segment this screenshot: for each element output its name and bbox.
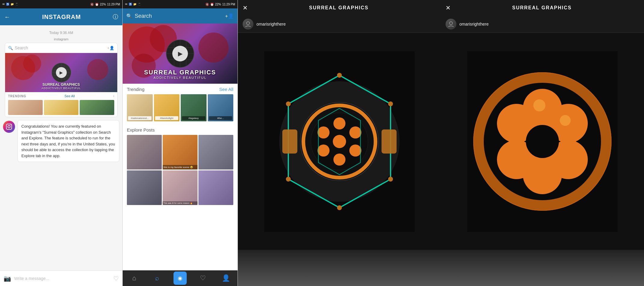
see-all-button[interactable]: See All (219, 87, 233, 92)
svg-point-34 (337, 73, 342, 78)
add-user-icon-card[interactable]: +👤 (107, 46, 114, 50)
trending-img-2[interactable] (44, 100, 78, 115)
info-button[interactable]: ⓘ (113, 13, 118, 20)
svg-rect-7 (6, 124, 12, 129)
svg-point-8 (8, 126, 10, 128)
user-avatar-1[interactable] (243, 19, 253, 30)
explore-cell-2[interactable]: this is my favorite scene 😂 (163, 135, 198, 169)
back-button[interactable]: ← (4, 14, 10, 20)
mute-icon-2: 🔇 (205, 3, 209, 6)
panel-surreal-1: ✕ SURREAL GRAPHICS omarisrighthere (238, 0, 441, 286)
explore-cell-6[interactable] (198, 170, 233, 205)
user-avatar-2[interactable] (446, 19, 456, 30)
search-icon-card: 🔍 (8, 46, 13, 50)
explore-posts-section: Explore Posts this is my favorite scene … (123, 126, 238, 205)
alarm-icon: ⏰ (95, 3, 99, 6)
surreal-user-row-1: omarisrighthere (238, 16, 441, 33)
nav-home[interactable]: ⌂ (126, 270, 142, 286)
svg-point-9 (11, 125, 11, 126)
battery-text-2: 22% (215, 3, 221, 6)
add-user-button[interactable]: +👤 (225, 13, 234, 19)
user-avatar-icon-2 (448, 21, 454, 27)
chat-input-bar: 📷 Write a message... ♡ (0, 270, 122, 286)
time-1: 11:29 PM (107, 3, 120, 6)
surreal-username-2[interactable]: omarisrighthere (459, 22, 489, 26)
svg-point-29 (349, 145, 361, 157)
trending-tag-3: #lagalaxy (182, 116, 205, 120)
trending-section-title: Trending (127, 87, 145, 92)
explore-cell-5[interactable]: This was lit for some reason 🔥 (163, 170, 198, 205)
explore-cell-1[interactable] (127, 135, 162, 169)
svg-point-32 (317, 126, 330, 138)
svg-point-35 (388, 101, 393, 106)
svg-point-17 (247, 22, 250, 25)
trending-cell-2[interactable]: #itworksfight (154, 94, 180, 121)
surreal-image-2 (441, 33, 644, 250)
trending-img-3[interactable] (80, 100, 114, 115)
featured-title-overlay: SURREAL GRAPHICS ADDICTIVELY BEAUTIFUL (123, 69, 238, 79)
surreal-user-row-2: omarisrighthere (441, 16, 644, 33)
chat-message-text: Congratulations! You are currently featu… (21, 124, 115, 158)
status-bar-2: ✉ ♿ 📁 📱 🔇 ⏰ 22% 11:29 PM (123, 0, 238, 8)
svg-point-51 (533, 99, 545, 111)
nav-camera[interactable]: ◉ (172, 270, 188, 286)
explore-cell-4[interactable] (127, 170, 162, 205)
camera-nav-box[interactable]: ◉ (173, 272, 187, 285)
featured-image[interactable]: ▶ SURREAL GRAPHICS ADDICTIVELY BEAUTIFUL (123, 23, 238, 84)
close-button-1[interactable]: ✕ (243, 4, 248, 11)
trending-label: TRENDING (8, 95, 26, 98)
svg-point-37 (337, 205, 342, 210)
time-2: 11:29 PM (222, 3, 235, 6)
play-button-large[interactable]: ▶ (172, 46, 188, 61)
trending-tag-2: #itworksfight (155, 116, 179, 120)
status-bar-1: ✉ ♿ 📁 📱 🔇 ⏰ 22% 11:29 PM (0, 0, 122, 8)
play-button-small[interactable]: ▶ (56, 67, 67, 78)
surreal-username-1[interactable]: omarisrighthere (256, 22, 286, 26)
see-all-trending[interactable]: See All (64, 94, 75, 98)
user-avatar-icon-1 (245, 21, 251, 27)
search-text-card: Search (15, 45, 28, 50)
status-icons-right-2: 🔇 ⏰ 22% 11:29 PM (205, 3, 235, 6)
sd-icon-2: 📁 (133, 3, 136, 6)
nav-profile[interactable]: 👤 (218, 270, 234, 286)
panel-surreal-2: ✕ SURREAL GRAPHICS omarisrighthere (441, 0, 644, 286)
search-input[interactable]: Search (135, 13, 223, 19)
svg-point-39 (286, 101, 291, 106)
nav-search[interactable]: ⌕ (149, 270, 165, 286)
trending-img-1[interactable] (8, 100, 43, 115)
person-icon-2: ♿ (129, 3, 132, 6)
search-bar[interactable]: 🔍 Search +👤 (123, 8, 238, 23)
chat-card-image[interactable]: ▶ SURREAL GRAPHICS ADDICTIVELY BEAUTIFUL (5, 53, 117, 92)
email-icon-2: ✉ (125, 3, 127, 6)
surreal-art-svg-1 (264, 51, 415, 232)
header-bar-1: ← INSTAGRAM ⓘ (0, 8, 122, 25)
explore-cell-3[interactable] (198, 135, 233, 169)
chat-card-search-bar[interactable]: 🔍 Search +👤 (5, 43, 117, 53)
svg-point-26 (333, 135, 346, 148)
trending-section: TRENDING See All › (5, 92, 117, 117)
trending-explore-section: Trending See All #nationaloreod... #itwo… (123, 84, 238, 126)
sd-icon: 📁 (11, 3, 14, 6)
heart-icon[interactable]: ♡ (113, 275, 119, 282)
svg-rect-22 (382, 129, 397, 154)
chat-card[interactable]: 🔍 Search +👤 ▶ (5, 43, 118, 117)
chevron-icon: › (113, 94, 114, 98)
home-icon: ⌂ (132, 274, 136, 282)
status-icons-right-1: 🔇 ⏰ 22% 11:29 PM (90, 3, 120, 6)
status-icons-left-2: ✉ ♿ 📁 📱 (125, 3, 141, 6)
nav-heart[interactable]: ♡ (195, 270, 211, 286)
chat-area: Today 9:36 AM instagram 🔍 Search +👤 (0, 25, 122, 270)
camera-icon-input[interactable]: 📷 (4, 275, 11, 282)
phone-icon: 📱 (15, 3, 18, 6)
svg-point-40 (449, 22, 452, 25)
trending-cell-1[interactable]: #nationaloreod... (127, 94, 153, 121)
featured-main-title: SURREAL GRAPHICS (123, 69, 238, 76)
phone-icon-2: 📱 (138, 3, 141, 6)
trending-cell-4[interactable]: #the... (208, 94, 234, 121)
close-button-2[interactable]: ✕ (446, 4, 451, 11)
explore-posts-title: Explore Posts (127, 127, 233, 132)
trending-cell-3[interactable]: #lagalaxy (181, 94, 207, 121)
surreal-bottom-2 (441, 250, 644, 286)
message-input[interactable]: Write a message... (14, 276, 110, 281)
search-icon-main: 🔍 (126, 13, 132, 19)
